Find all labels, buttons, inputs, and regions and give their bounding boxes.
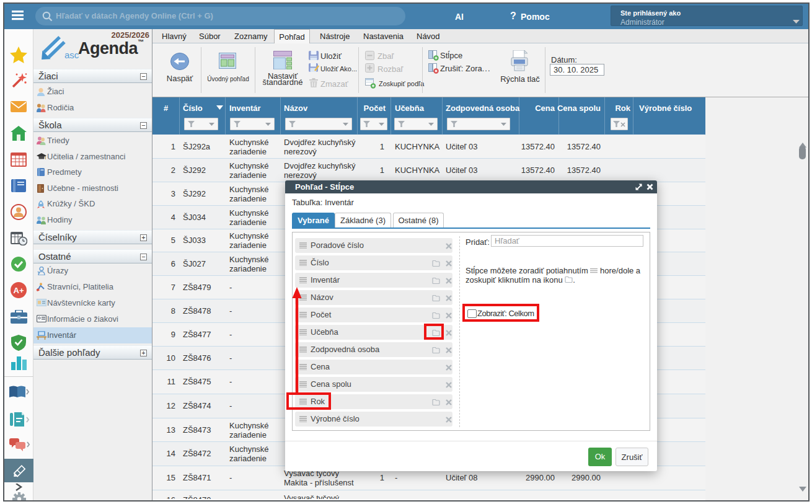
svg-text:A+: A+ [14, 286, 24, 295]
